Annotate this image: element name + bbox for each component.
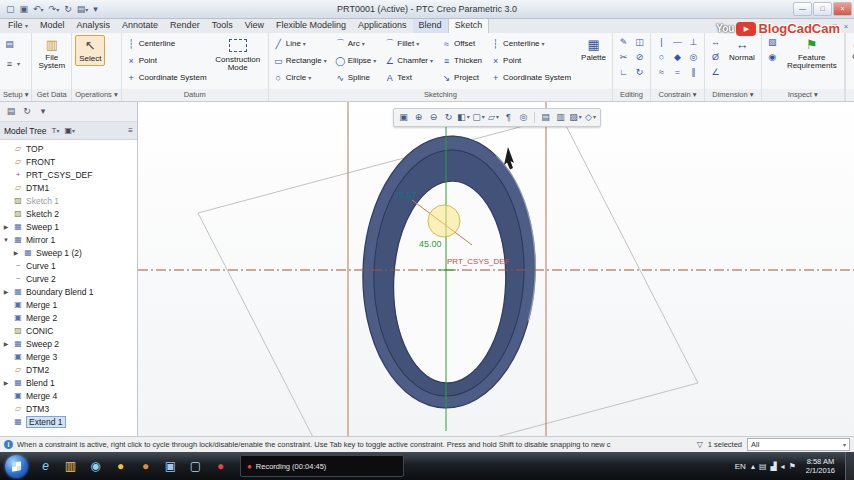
show-navigator-icon[interactable]: ▤ bbox=[5, 104, 17, 118]
show-desktop-button[interactable] bbox=[845, 452, 854, 480]
tree-item[interactable]: ▱DTM2 bbox=[0, 363, 137, 376]
expand-arrow-icon[interactable]: ▶ bbox=[12, 249, 20, 256]
save-icon[interactable]: ▣ bbox=[18, 2, 31, 16]
tab-sketch[interactable]: Sketch bbox=[448, 18, 490, 33]
tree-item[interactable]: ▶▦Sweep 1 bbox=[0, 220, 137, 233]
selection-filter-dropdown[interactable]: All ▾ bbox=[747, 438, 850, 451]
fillet-button[interactable]: ⌒Fillet▾ bbox=[383, 35, 434, 52]
text-button[interactable]: AText bbox=[383, 69, 434, 86]
tree-item[interactable]: ▣Merge 2 bbox=[0, 311, 137, 324]
datum-display-filters-icon[interactable]: ▱▾ bbox=[486, 110, 501, 125]
tree-item[interactable]: ▱DTM1 bbox=[0, 181, 137, 194]
divide-icon[interactable]: ✂ bbox=[616, 50, 631, 64]
rotate-resize-icon[interactable]: ↻ bbox=[632, 65, 647, 79]
tab-flexible-modeling[interactable]: Flexible Modeling bbox=[270, 19, 352, 33]
graphics-area[interactable]: 25.57 45.00 PRT_CSYS_DEF ▣⊕⊖↻◧▾▢▾▱▾¶◎▤▥▨… bbox=[138, 101, 854, 437]
group-label-inspect[interactable]: Inspect ▾ bbox=[762, 89, 844, 101]
expand-arrow-icon[interactable]: ▶ bbox=[2, 223, 10, 230]
one-by-one-button[interactable]: ▤ bbox=[3, 35, 16, 52]
close-icon[interactable]: × bbox=[833, 2, 852, 16]
thicken-button[interactable]: ≡Thicken bbox=[440, 52, 483, 69]
model-ring[interactable] bbox=[358, 133, 539, 411]
new-file-icon[interactable]: ▢ bbox=[4, 2, 17, 16]
feature-requirements-button[interactable]: ⚑ Feature Requirements bbox=[783, 35, 841, 73]
construction-mode-button[interactable]: Construction Mode bbox=[211, 35, 265, 75]
tree-item[interactable]: ▼▦Mirror 1 bbox=[0, 233, 137, 246]
refresh-tree-icon[interactable]: ↻ bbox=[21, 104, 33, 118]
folder-icon[interactable]: ▥ bbox=[58, 454, 83, 478]
group-label-setup[interactable]: Setup ▾ bbox=[0, 89, 31, 101]
coincident-constraint-icon[interactable]: ◎ bbox=[686, 50, 701, 64]
centerline-datum-button[interactable]: ┆Centerline bbox=[125, 35, 208, 52]
tab-file[interactable]: File ▾ bbox=[2, 19, 34, 33]
tree-item[interactable]: ▱FRONT bbox=[0, 155, 137, 168]
chrome-icon[interactable]: ● bbox=[108, 454, 133, 478]
customize-quick-access-icon[interactable]: ▾ bbox=[91, 2, 100, 16]
network-tray-icon[interactable]: ▟ bbox=[770, 462, 776, 471]
tab-blend[interactable]: Blend bbox=[413, 19, 448, 33]
taskbar-clock[interactable]: 8:58 AM 2/1/2016 bbox=[801, 457, 840, 475]
tab-model[interactable]: Model bbox=[34, 19, 71, 33]
action-center-icon[interactable]: ⚑ bbox=[789, 462, 796, 471]
delete-segment-icon[interactable]: ⊘ bbox=[632, 50, 647, 64]
sketch-display-filters-icon[interactable]: ▨▾ bbox=[568, 110, 583, 125]
minimize-icon[interactable]: — bbox=[793, 2, 812, 16]
sketch-view-icon[interactable]: ▥ bbox=[553, 110, 568, 125]
volume-tray-icon[interactable]: ◂ bbox=[781, 462, 785, 471]
repaint-icon[interactable]: ↻ bbox=[441, 110, 456, 125]
selection-handle-circle[interactable] bbox=[428, 205, 460, 237]
firefox-icon[interactable]: ● bbox=[133, 454, 158, 478]
tree-item[interactable]: ▣Merge 1 bbox=[0, 298, 137, 311]
expand-arrow-icon[interactable]: ▶ bbox=[2, 379, 10, 386]
parallel-constraint-icon[interactable]: ∥ bbox=[686, 65, 701, 79]
circle-button[interactable]: ○Circle▾ bbox=[272, 69, 328, 86]
line-button[interactable]: ╱Line▾ bbox=[272, 35, 328, 52]
tree-item[interactable]: ▱DTM3 bbox=[0, 402, 137, 415]
point-datum-button[interactable]: ×Point bbox=[125, 52, 208, 69]
modify-icon[interactable]: ✎ bbox=[616, 35, 631, 49]
group-label-operations[interactable]: Operations ▾ bbox=[72, 89, 121, 101]
filter-funnel-icon[interactable]: ▽ bbox=[697, 440, 703, 449]
csys-label-text[interactable]: PRT_CSYS_DEF bbox=[447, 257, 510, 266]
tree-item[interactable]: ~Curve 2 bbox=[0, 272, 137, 285]
sketch-canvas[interactable]: 25.57 45.00 PRT_CSYS_DEF bbox=[138, 101, 854, 437]
tab-view[interactable]: View bbox=[239, 19, 270, 33]
tree-item[interactable]: ▣Merge 4 bbox=[0, 389, 137, 402]
shading-display-icon[interactable]: ◧▾ bbox=[456, 110, 471, 125]
view-manager-icon[interactable]: ▤ bbox=[538, 110, 553, 125]
angle-dimension-icon[interactable]: ∠ bbox=[708, 65, 723, 79]
tree-item[interactable]: ▶▦Blend 1 bbox=[0, 376, 137, 389]
display-settings-icon[interactable]: ▢ bbox=[183, 454, 208, 478]
overlapping-geometry-icon[interactable]: ▧ bbox=[765, 35, 780, 49]
start-button[interactable] bbox=[5, 455, 28, 478]
tree-item[interactable]: ▶▦Sweep 2 bbox=[0, 337, 137, 350]
tree-item[interactable]: ▨Sketch 1 bbox=[0, 194, 137, 207]
mirror-icon[interactable]: ◫ bbox=[632, 35, 647, 49]
tangent-constraint-icon[interactable]: ○ bbox=[654, 50, 669, 64]
zoom-out-icon[interactable]: ⊖ bbox=[426, 110, 441, 125]
spline-button[interactable]: ∿Spline bbox=[334, 69, 378, 86]
file-system-button[interactable]: ▥ File System bbox=[35, 35, 68, 73]
centerline-button[interactable]: ┆Centerline▾ bbox=[489, 35, 572, 52]
coordinate-system-button[interactable]: +Coordinate System bbox=[489, 69, 572, 86]
saved-orientations-icon[interactable]: ◇▾ bbox=[583, 110, 598, 125]
ok-button[interactable]: ✓ OK bbox=[849, 35, 854, 63]
equal-constraint-icon[interactable]: = bbox=[670, 65, 685, 79]
expand-arrow-icon[interactable]: ▶ bbox=[2, 288, 10, 295]
tree-item[interactable]: ~Curve 1 bbox=[0, 259, 137, 272]
tree-filters-icon[interactable]: T▾ bbox=[52, 126, 60, 135]
doc-close-icon[interactable]: × bbox=[842, 20, 850, 33]
zoom-in-icon[interactable]: ⊕ bbox=[411, 110, 426, 125]
annotation-display-icon[interactable]: ¶ bbox=[501, 110, 516, 125]
windows-icon[interactable]: ▤▾ bbox=[75, 2, 91, 17]
normal-dimension-button[interactable]: ↔ Normal bbox=[726, 35, 758, 64]
point-button[interactable]: ×Point bbox=[489, 52, 572, 69]
tab-analysis[interactable]: Analysis bbox=[71, 19, 117, 33]
tab-render[interactable]: Render bbox=[164, 19, 206, 33]
sketch-setup-button[interactable]: ≡▾ bbox=[3, 55, 21, 72]
undo-icon[interactable]: ↶▾ bbox=[31, 2, 46, 17]
tab-applications[interactable]: Applications bbox=[352, 19, 413, 33]
expand-arrow-icon[interactable]: ▼ bbox=[2, 237, 10, 243]
highlight-open-ends-icon[interactable]: ◉ bbox=[765, 50, 780, 64]
tree-item[interactable]: ▱TOP bbox=[0, 142, 137, 155]
